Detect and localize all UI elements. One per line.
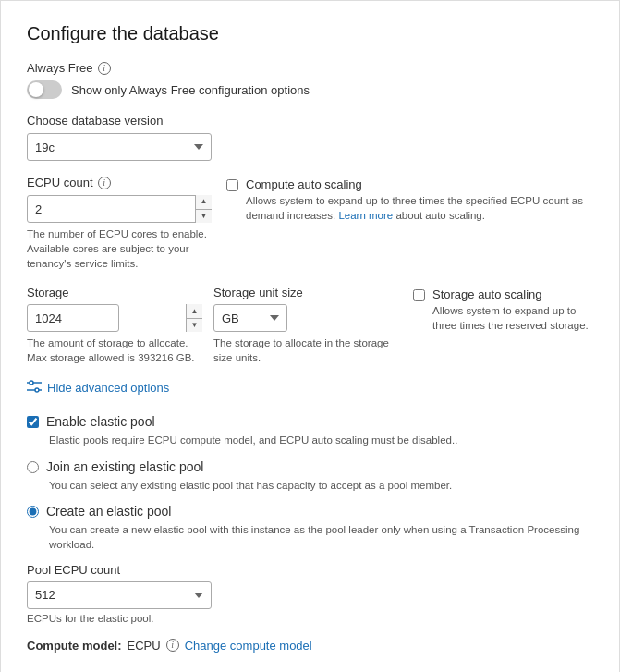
storage-helper-text: The amount of storage to allocate. Max s… xyxy=(27,336,202,365)
create-elastic-pool-row: Create an elastic pool xyxy=(27,504,593,519)
ecpu-info-icon[interactable]: i xyxy=(98,177,111,189)
enable-elastic-pool-label: Enable elastic pool xyxy=(46,414,155,429)
compute-model-value: ECPU xyxy=(128,639,161,653)
compute-autoscaling-label: Compute auto scaling xyxy=(246,177,362,191)
ecpu-section: ECPU count i ▲ ▼ The number of ECPU core… xyxy=(27,176,593,271)
db-version-select[interactable]: 19c 21c xyxy=(27,133,212,161)
storage-left-col: Storage ▲ ▼ The amount of storage to all… xyxy=(27,286,398,365)
advanced-options-row: Hide advanced options xyxy=(27,380,593,396)
join-elastic-pool-radio[interactable] xyxy=(27,461,39,473)
storage-spinner-wrap: ▲ ▼ xyxy=(27,304,202,332)
storage-unit-select[interactable]: GB TB xyxy=(213,304,287,332)
change-compute-model-link[interactable]: Change compute model xyxy=(185,639,312,653)
svg-point-3 xyxy=(35,388,39,392)
hide-advanced-options-link[interactable]: Hide advanced options xyxy=(47,381,169,395)
ecpu-helper-text: The number of ECPU cores to enable. Avai… xyxy=(27,226,212,271)
storage-autoscaling-text-block: Storage auto scaling Allows system to ex… xyxy=(432,287,593,333)
compute-autoscaling-checkbox[interactable] xyxy=(226,179,238,191)
pool-ecpu-spinner-wrap: 512 256 128 64 32 xyxy=(27,581,212,609)
always-free-toggle-row: Show only Always Free configuration opti… xyxy=(27,80,593,99)
join-elastic-pool-helper: You can select any existing elastic pool… xyxy=(49,478,593,493)
pool-ecpu-label: Pool ECPU count xyxy=(27,563,593,577)
ecpu-spinner-wrap: ▲ ▼ xyxy=(27,195,212,223)
storage-label: Storage xyxy=(27,286,202,299)
storage-autoscaling-row: Storage auto scaling Allows system to ex… xyxy=(413,287,593,333)
create-elastic-pool-helper: You can create a new elastic pool with t… xyxy=(49,522,593,552)
enable-elastic-pool-row: Enable elastic pool xyxy=(27,414,593,429)
compute-autoscaling-row: Compute auto scaling Allows system to ex… xyxy=(226,177,593,223)
ecpu-right-col: Compute auto scaling Allows system to ex… xyxy=(226,176,593,232)
compute-autoscaling-text-block: Compute auto scaling Allows system to ex… xyxy=(246,177,593,223)
storage-right-col: Storage auto scaling Allows system to ex… xyxy=(413,286,593,342)
ecpu-increment-button[interactable]: ▲ xyxy=(196,195,212,210)
ecpu-left-col: ECPU count i ▲ ▼ The number of ECPU core… xyxy=(27,176,212,271)
storage-unit-label: Storage unit size xyxy=(213,286,398,299)
sliders-icon xyxy=(27,380,42,396)
ecpu-spinner-buttons: ▲ ▼ xyxy=(195,195,212,223)
compute-model-info-icon[interactable]: i xyxy=(166,639,179,652)
always-free-label-row: Always Free i xyxy=(27,61,593,75)
storage-unit-col: Storage unit size GB TB The storage to a… xyxy=(213,286,398,365)
storage-autoscaling-helper: Allows system to expand up to three time… xyxy=(432,303,593,333)
svg-point-1 xyxy=(30,381,33,385)
configure-database-panel: Configure the database Always Free i Sho… xyxy=(0,0,620,672)
always-free-toggle-label: Show only Always Free configuration opti… xyxy=(71,83,310,97)
db-version-section: Choose database version 19c 21c xyxy=(27,114,593,161)
storage-section: Storage ▲ ▼ The amount of storage to all… xyxy=(27,286,593,365)
storage-unit-helper-text: The storage to allocate in the storage s… xyxy=(213,336,398,365)
create-elastic-pool-label: Create an elastic pool xyxy=(46,504,171,519)
enable-elastic-pool-checkbox[interactable] xyxy=(27,416,39,428)
storage-helper-wrap: The amount of storage to allocate. Max s… xyxy=(27,332,202,365)
ecpu-label: ECPU count xyxy=(27,176,93,189)
ecpu-decrement-button[interactable]: ▼ xyxy=(196,210,212,224)
pool-ecpu-section: Pool ECPU count 512 256 128 64 32 ECPUs … xyxy=(27,563,593,624)
ecpu-input[interactable] xyxy=(27,195,212,223)
join-elastic-pool-label: Join an existing elastic pool xyxy=(46,459,203,474)
db-version-label-row: Choose database version xyxy=(27,114,593,128)
enable-elastic-pool-helper: Elastic pools require ECPU compute model… xyxy=(49,433,593,447)
always-free-info-icon[interactable]: i xyxy=(98,62,111,75)
compute-model-bold-label: Compute model: xyxy=(27,639,122,653)
storage-decrement-button[interactable]: ▼ xyxy=(187,319,202,333)
always-free-toggle[interactable] xyxy=(27,80,62,99)
storage-amount-col: Storage ▲ ▼ The amount of storage to all… xyxy=(27,286,202,365)
compute-model-row: Compute model: ECPU i Change compute mod… xyxy=(27,639,593,653)
always-free-section: Always Free i Show only Always Free conf… xyxy=(27,61,593,99)
pool-ecpu-select[interactable]: 512 256 128 64 32 xyxy=(27,581,212,609)
ecpu-label-row: ECPU count i xyxy=(27,176,212,189)
storage-increment-button[interactable]: ▲ xyxy=(187,304,202,319)
page-title: Configure the database xyxy=(27,23,593,44)
create-elastic-pool-radio[interactable] xyxy=(27,506,39,518)
always-free-label: Always Free xyxy=(27,61,93,75)
compute-autoscaling-learn-more-link[interactable]: Learn more xyxy=(338,210,393,221)
elastic-pool-section: Enable elastic pool Elastic pools requir… xyxy=(27,410,593,551)
storage-spinner-buttons: ▲ ▼ xyxy=(186,304,202,332)
compute-autoscaling-helper: Allows system to expand up to three time… xyxy=(246,193,593,223)
join-elastic-pool-row: Join an existing elastic pool xyxy=(27,459,593,474)
pool-ecpu-helper-text: ECPUs for the elastic pool. xyxy=(27,613,593,624)
storage-autoscaling-checkbox[interactable] xyxy=(413,289,425,301)
storage-autoscaling-label: Storage auto scaling xyxy=(432,287,542,301)
compute-autoscaling-helper-text2: about auto scaling. xyxy=(395,210,485,221)
db-version-label: Choose database version xyxy=(27,114,163,128)
storage-input[interactable] xyxy=(27,304,119,332)
